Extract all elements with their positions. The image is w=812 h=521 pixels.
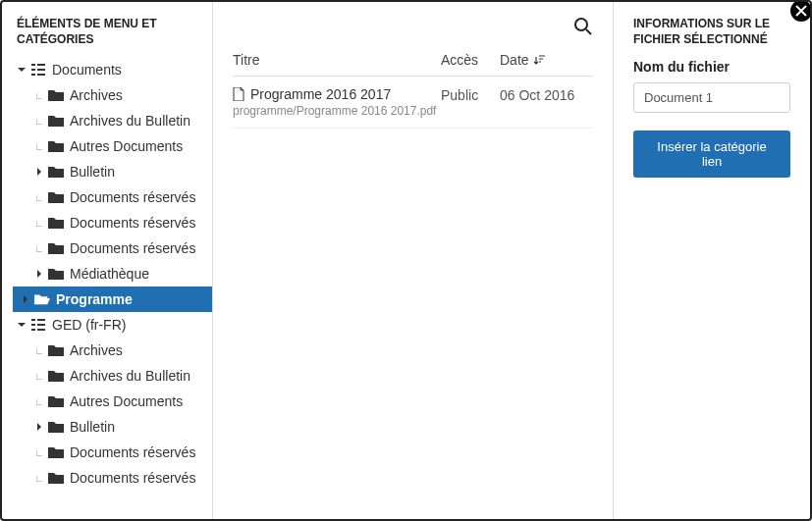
tree-item-label: Documents réservés <box>70 444 195 460</box>
column-date[interactable]: Date <box>500 52 593 68</box>
sidebar-heading: ÉLÉMENTS DE MENU ET CATÉGORIES <box>17 17 212 47</box>
tree-item-label: Archives <box>70 342 123 358</box>
search-icon <box>573 17 593 36</box>
tree-item-label: Programme <box>56 291 133 307</box>
tree-item-label: Documents <box>52 62 122 78</box>
category-icon <box>30 317 46 333</box>
tree-elbow-icon: ∟ <box>34 345 44 356</box>
filename-label: Nom du fichier <box>633 59 790 75</box>
file-pdf-icon <box>233 87 244 101</box>
tree-item-label: Bulletin <box>70 164 115 180</box>
tree-elbow-icon: ∟ <box>34 473 44 484</box>
folder-open-icon <box>34 291 50 307</box>
cell-date: 06 Oct 2016 <box>500 86 593 103</box>
tree-item-autres-documents[interactable]: ∟Autres Documents <box>17 133 212 159</box>
expand-toggle[interactable] <box>34 269 44 279</box>
svg-rect-9 <box>37 324 45 326</box>
table-header: Titre Accès Date <box>233 44 593 77</box>
svg-rect-7 <box>37 319 45 321</box>
file-picker-modal: ÉLÉMENTS DE MENU ET CATÉGORIES Documents… <box>0 0 812 521</box>
tree-item-bulletin[interactable]: Bulletin <box>17 159 212 184</box>
column-access[interactable]: Accès <box>441 52 500 68</box>
file-title: Programme 2016 2017 <box>250 86 391 102</box>
svg-rect-1 <box>37 64 45 66</box>
tree-item-bulletin[interactable]: Bulletin <box>17 414 212 440</box>
folder-icon <box>48 189 64 205</box>
tree-item-archives-du-bulletin[interactable]: ∟Archives du Bulletin <box>17 108 212 133</box>
svg-rect-3 <box>37 69 45 71</box>
expand-toggle[interactable] <box>17 320 27 330</box>
file-list-panel: Titre Accès Date Programme 2016 2017prog… <box>213 2 614 519</box>
tree-item-label: Documents réservés <box>70 215 195 231</box>
tree-item-programme[interactable]: Programme <box>13 287 212 312</box>
cell-access: Public <box>441 86 500 103</box>
insert-category-link-button[interactable]: Insérer la catégorie lien <box>633 130 790 178</box>
tree-item-documents-r-serv-s[interactable]: ∟Documents réservés <box>17 465 212 491</box>
tree-elbow-icon: ∟ <box>34 396 44 407</box>
folder-icon <box>48 393 64 409</box>
svg-line-13 <box>586 29 591 34</box>
tree-item-documents-r-serv-s[interactable]: ∟Documents réservés <box>17 440 212 465</box>
folder-icon <box>48 368 64 384</box>
table-body: Programme 2016 2017programme/Programme 2… <box>233 77 593 129</box>
tree-elbow-icon: ∟ <box>34 447 44 458</box>
folder-icon <box>48 419 64 435</box>
tree-elbow-icon: ∟ <box>34 90 44 101</box>
tree-item-m-diath-que[interactable]: Médiathèque <box>17 261 212 287</box>
tree-item-label: Bulletin <box>70 419 115 435</box>
folder-icon <box>48 240 64 256</box>
tree-elbow-icon: ∟ <box>34 218 44 229</box>
file-row[interactable]: Programme 2016 2017programme/Programme 2… <box>233 77 593 129</box>
svg-rect-6 <box>31 319 35 321</box>
tree-elbow-icon: ∟ <box>34 192 44 203</box>
column-title[interactable]: Titre <box>233 52 441 68</box>
svg-point-12 <box>575 19 587 30</box>
tree-item-documents-r-serv-s[interactable]: ∟Documents réservés <box>17 210 212 235</box>
tree-item-label: Archives du Bulletin <box>70 113 190 129</box>
folder-icon <box>48 113 64 129</box>
folder-icon <box>48 444 64 460</box>
details-panel: INFORMATIONS SUR LE FICHIER SÉLECTIONNÉ … <box>614 2 810 519</box>
cell-title: Programme 2016 2017programme/Programme 2… <box>233 86 441 118</box>
search-button[interactable] <box>573 17 593 36</box>
svg-rect-0 <box>31 64 35 66</box>
file-path: programme/Programme 2016 2017.pdf <box>233 104 441 118</box>
category-tree: Documents∟Archives∟Archives du Bulletin∟… <box>17 57 212 491</box>
svg-rect-5 <box>37 74 45 76</box>
tree-item-autres-documents[interactable]: ∟Autres Documents <box>17 389 212 414</box>
svg-rect-8 <box>31 324 35 326</box>
filename-input[interactable] <box>633 82 790 113</box>
tree-elbow-icon: ∟ <box>34 243 44 254</box>
tree-item-archives[interactable]: ∟Archives <box>17 82 212 108</box>
folder-icon <box>48 87 64 103</box>
sidebar: ÉLÉMENTS DE MENU ET CATÉGORIES Documents… <box>2 2 213 519</box>
folder-icon <box>48 215 64 231</box>
folder-icon <box>48 138 64 154</box>
tree-item-documents-r-serv-s[interactable]: ∟Documents réservés <box>17 184 212 210</box>
tree-item-label: Documents réservés <box>70 189 195 205</box>
tree-item-ged-fr-fr-[interactable]: GED (fr-FR) <box>17 312 212 338</box>
tree-elbow-icon: ∟ <box>34 371 44 382</box>
tree-item-archives-du-bulletin[interactable]: ∟Archives du Bulletin <box>17 363 212 389</box>
tree-item-documents[interactable]: Documents <box>17 57 212 82</box>
close-button[interactable] <box>790 0 812 22</box>
tree-item-label: Autres Documents <box>70 393 183 409</box>
sort-desc-icon <box>533 54 545 66</box>
details-heading: INFORMATIONS SUR LE FICHIER SÉLECTIONNÉ <box>633 17 790 47</box>
tree-item-archives[interactable]: ∟Archives <box>17 338 212 363</box>
svg-rect-2 <box>31 69 35 71</box>
folder-icon <box>48 342 64 358</box>
close-icon <box>795 5 807 17</box>
folder-icon <box>48 470 64 486</box>
category-icon <box>30 62 46 78</box>
tree-item-label: Autres Documents <box>70 138 183 154</box>
expand-toggle[interactable] <box>34 422 44 432</box>
svg-rect-11 <box>37 329 45 331</box>
svg-rect-10 <box>31 329 35 331</box>
column-date-label: Date <box>500 52 529 68</box>
expand-toggle[interactable] <box>17 65 27 75</box>
expand-toggle[interactable] <box>34 167 44 177</box>
expand-toggle[interactable] <box>21 294 30 304</box>
tree-item-documents-r-serv-s[interactable]: ∟Documents réservés <box>17 235 212 261</box>
folder-icon <box>48 164 64 180</box>
